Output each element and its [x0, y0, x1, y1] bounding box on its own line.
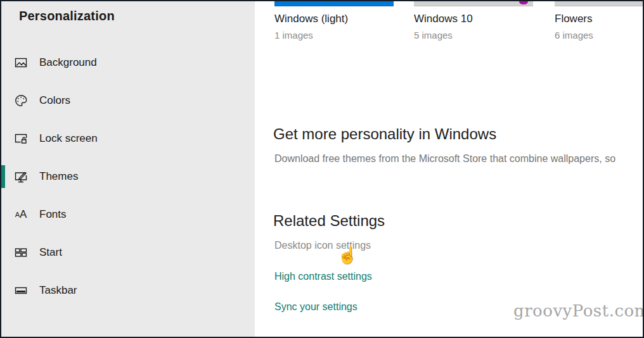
color-palette-icon [14, 94, 28, 108]
watermark: groovyPost.com [513, 301, 640, 320]
sidebar-item-taskbar[interactable]: Taskbar [1, 277, 255, 304]
start-tiles-icon [14, 246, 28, 260]
sidebar-item-colors[interactable]: Colors [1, 87, 255, 115]
theme-name: Windows 10 [414, 13, 534, 25]
settings-window: Personalization Background Col [0, 0, 644, 338]
sidebar-item-label: Taskbar [39, 284, 77, 297]
theme-card-windows-light[interactable]: Windows (light) 1 images [274, 1, 395, 41]
promo-description: Download free themes from the Microsoft … [274, 153, 643, 165]
sidebar-item-label: Themes [39, 170, 78, 183]
sidebar-item-background[interactable]: Background [1, 49, 255, 77]
sidebar-item-lock-screen[interactable]: Lock screen [1, 125, 255, 153]
link-high-contrast-settings[interactable]: High contrast settings [274, 271, 372, 282]
theme-image-count: 6 images [555, 30, 643, 41]
theme-thumbnail [555, 1, 643, 6]
sidebar-item-label: Lock screen [39, 132, 98, 145]
theme-badge-icon [519, 1, 528, 4]
main-content: Windows (light) 1 images Windows 10 5 im… [255, 1, 643, 337]
sidebar: Personalization Background Col [1, 1, 255, 337]
sidebar-item-label: Colors [39, 94, 70, 107]
taskbar-icon [14, 284, 28, 297]
theme-card-windows-10[interactable]: Windows 10 5 images [414, 1, 534, 41]
sidebar-item-fonts[interactable]: AA Fonts [1, 201, 255, 228]
theme-name: Windows (light) [274, 13, 395, 25]
selected-indicator [1, 165, 5, 188]
page-title: Personalization [19, 9, 115, 23]
theme-card-flowers[interactable]: Flowers 6 images [555, 1, 643, 41]
lock-screen-icon [14, 132, 28, 146]
sidebar-item-label: Start [39, 246, 62, 259]
link-desktop-icon-settings[interactable]: Desktop icon settings [274, 240, 371, 251]
theme-name: Flowers [555, 13, 643, 25]
themes-icon [14, 170, 28, 184]
link-sync-your-settings[interactable]: Sync your settings [274, 301, 357, 313]
related-settings-heading: Related Settings [273, 212, 385, 230]
theme-thumbnail [414, 1, 533, 6]
sidebar-item-themes[interactable]: Themes [1, 163, 255, 191]
theme-image-count: 5 images [414, 30, 534, 41]
sidebar-item-label: Background [39, 56, 97, 69]
background-icon [14, 56, 28, 70]
theme-thumbnail [274, 1, 394, 6]
sidebar-item-start[interactable]: Start [1, 239, 255, 266]
sidebar-item-label: Fonts [39, 208, 67, 221]
fonts-icon: AA [14, 208, 28, 222]
theme-image-count: 1 images [274, 30, 395, 41]
promo-heading: Get more personality in Windows [273, 125, 496, 143]
